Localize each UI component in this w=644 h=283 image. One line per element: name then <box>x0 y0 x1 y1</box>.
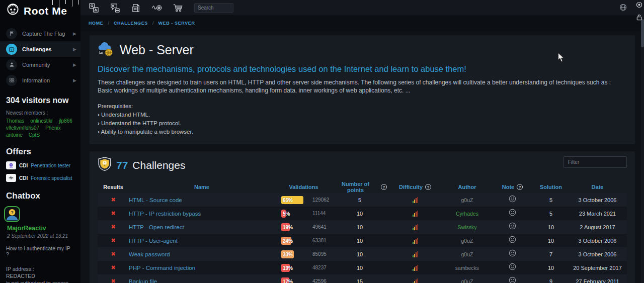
help-icon[interactable]: ? <box>381 184 387 190</box>
challenge-link[interactable]: HTTP - User-agent <box>129 238 178 244</box>
filter-input[interactable] <box>564 156 627 168</box>
note-icon <box>509 263 516 272</box>
column-header-note[interactable]: Note ? <box>491 184 534 190</box>
avatar[interactable]: ? <box>4 206 20 222</box>
sidebar-item-community[interactable]: Community ▶ <box>0 57 80 72</box>
chatbox-title: Chatbox <box>0 182 80 201</box>
scrollbar-thumb[interactable] <box>641 19 644 47</box>
solution-count: 5 <box>534 211 568 217</box>
hanging-strings-decoration <box>52 0 80 8</box>
column-header-name[interactable]: Name <box>129 184 275 190</box>
visitors-count: 304 visitors now <box>0 88 80 105</box>
difficulty-icon <box>413 278 418 283</box>
member-link[interactable]: Thomas <box>6 118 24 124</box>
ctf-icon[interactable] <box>151 2 163 14</box>
not-validated-icon: ✖ <box>111 237 115 244</box>
offers-title: Offers <box>0 138 80 157</box>
sidebar-item-challenges[interactable]: Challenges ▶ <box>0 41 80 57</box>
challenges-shield-icon <box>98 156 112 174</box>
prerequisite-item: › Understand the HTTP protocol. <box>98 119 627 128</box>
prerequisite-item: › Understand HTML. <box>98 111 627 119</box>
author-link[interactable]: g0uZ <box>461 197 473 203</box>
shop-cart-icon[interactable] <box>172 2 184 14</box>
breadcrumb-web-server[interactable]: WEB - SERVER <box>158 21 195 26</box>
sidebar-item-information[interactable]: Information ▶ <box>0 72 80 88</box>
column-header-results[interactable]: Results <box>98 184 129 190</box>
forum-icon[interactable] <box>109 2 121 14</box>
chat-username-link[interactable]: MajorReactiv <box>0 222 80 232</box>
lock-icon[interactable] <box>636 14 642 23</box>
points-value: 10 <box>333 238 387 244</box>
validation-count: 85095 <box>312 251 327 257</box>
column-header-solution[interactable]: Solution <box>534 184 568 190</box>
validation-percent-badge: 17% <box>281 277 307 283</box>
author-link[interactable]: Swissky <box>458 224 477 230</box>
breadcrumb: HOME / CHALLENGES / WEB - SERVER <box>80 15 644 31</box>
offer-link[interactable]: Forensic specialist <box>31 175 72 181</box>
table-header: Results Name Validations Number of point… <box>98 181 627 193</box>
challenge-link[interactable]: HTML - Source code <box>129 197 182 203</box>
sidebar-item-capture-the-flag[interactable]: Capture The Flag ▶ <box>0 26 80 41</box>
challenges-title: Challenges <box>132 159 185 171</box>
challenge-date: 23 March 2021 <box>568 211 627 217</box>
language-globe-icon[interactable] <box>619 4 627 13</box>
chat-line: IP address:: <box>6 265 74 272</box>
prerequisites-list: › Understand HTML.› Understand the HTTP … <box>98 111 627 136</box>
chat-timestamp: 2 September 2022 at 13:21 <box>0 232 80 239</box>
note-icon <box>509 276 516 283</box>
member-link[interactable]: vfleltvmfldhs07 <box>6 125 39 131</box>
column-header-author[interactable]: Author <box>443 184 491 190</box>
information-icon <box>6 75 17 86</box>
member-link[interactable]: jlp866 <box>59 118 72 124</box>
author-link[interactable]: sambecks <box>455 265 479 271</box>
offer-item: CDI Forensic specialist <box>0 169 80 182</box>
points-value: 10 <box>333 211 387 217</box>
points-value: 10 <box>333 251 387 257</box>
chevron-right-icon: ▶ <box>73 78 76 83</box>
column-header-validations[interactable]: Validations <box>275 184 333 190</box>
help-icon[interactable]: ? <box>425 184 431 190</box>
table-row: ✖HTTP - User-agent24%6338110g0uZ103 Octo… <box>98 234 627 247</box>
challenge-link[interactable]: Weak password <box>129 251 170 257</box>
author-link[interactable]: g0uZ <box>461 238 473 244</box>
validation-percent-label: 19% <box>283 265 293 270</box>
help-icon[interactable]: ? <box>517 184 523 190</box>
column-header-difficulty[interactable]: Difficulty ? <box>387 184 443 190</box>
column-header-date[interactable]: Date <box>568 184 627 190</box>
offer-link[interactable]: Penetration tester <box>31 163 70 168</box>
scrollbar[interactable] <box>641 0 644 283</box>
points-value: 10 <box>333 224 387 230</box>
community-icon <box>6 59 17 70</box>
note-icon <box>509 222 516 232</box>
member-link[interactable]: CptS <box>29 132 40 138</box>
offer-logo-icon <box>6 161 16 169</box>
challenge-link[interactable]: Backup file <box>129 278 157 283</box>
skull-icon <box>6 3 20 19</box>
note-icon <box>509 249 516 259</box>
challenge-date: 3 October 2006 <box>568 251 627 257</box>
breadcrumb-challenges[interactable]: CHALLENGES <box>114 21 148 26</box>
column-header-points[interactable]: Number of points ? <box>333 181 387 193</box>
author-link[interactable]: Cyrhades <box>456 211 478 217</box>
member-link[interactable]: antoine <box>6 132 23 138</box>
challenge-link[interactable]: HTTP - IP restriction bypass <box>129 211 201 217</box>
challenge-link[interactable]: PHP - Command injection <box>129 265 195 271</box>
author-link[interactable]: g0uZ <box>461 251 473 257</box>
sidebar-nav: Capture The Flag ▶ Challenges ▶ Communit… <box>0 26 80 88</box>
offer-item: CDI Penetration tester <box>0 157 80 169</box>
target-icon[interactable] <box>636 1 642 10</box>
member-link[interactable]: Phénix <box>45 125 61 131</box>
breadcrumb-home[interactable]: HOME <box>89 21 103 26</box>
points-value: 10 <box>333 265 387 271</box>
docs-icon[interactable] <box>130 2 142 14</box>
challenge-link[interactable]: HTTP - Open redirect <box>129 224 184 230</box>
author-link[interactable]: g0uZ <box>461 278 473 283</box>
validation-percent-label: 5% <box>283 211 290 216</box>
search-input[interactable] <box>194 3 233 13</box>
validation-percent-label: 19% <box>283 224 293 230</box>
faq-icon[interactable] <box>88 2 100 14</box>
sidebar-item-label: Community <box>22 62 50 68</box>
flag-icon <box>6 28 17 39</box>
member-link[interactable]: onlinestlkr <box>30 118 53 124</box>
table-row: ✖Weak password33%8509510g0uZ73 October 2… <box>98 247 627 261</box>
